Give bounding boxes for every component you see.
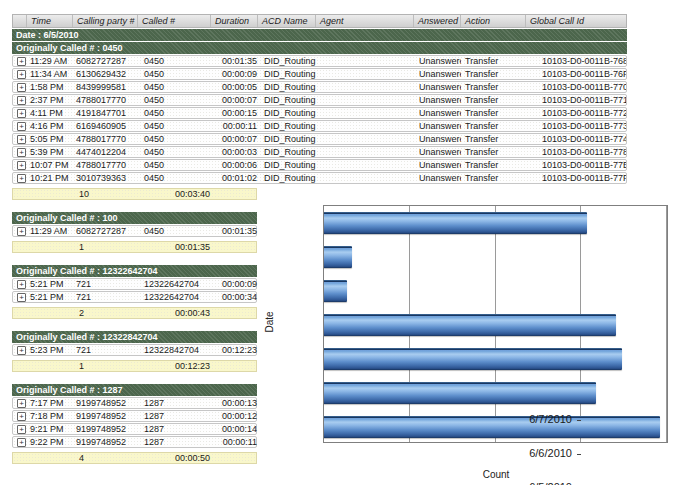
expander-cell: +: [13, 411, 27, 421]
global-call-id-cell: 10103-D0-0011B-772: [526, 108, 626, 118]
table-row: +4:11 PM4191847701045000:00:15DID_Routin…: [12, 107, 627, 119]
expand-plus-icon[interactable]: +: [17, 96, 26, 105]
action-cell: Transfer: [461, 69, 526, 79]
y-tick-label: 6/5/2010: [516, 481, 572, 485]
time-cell: 1:58 PM: [27, 82, 73, 92]
calls-by-date-chart: Date 6/7/20106/6/20106/5/20106/4/20106/3…: [258, 198, 676, 485]
expand-plus-icon[interactable]: +: [17, 346, 26, 355]
expand-plus-icon[interactable]: +: [17, 109, 26, 118]
called-number-cell: 1287: [138, 437, 211, 447]
expand-plus-icon[interactable]: +: [17, 227, 26, 236]
group-header: Originally Called # : 12322642704: [12, 265, 257, 277]
chart-bar[interactable]: [324, 212, 587, 234]
expand-plus-icon[interactable]: +: [17, 438, 26, 447]
group-header: Originally Called # : 100: [12, 212, 257, 224]
expand-plus-icon[interactable]: +: [17, 425, 26, 434]
table-row: +7:18 PM9199748952128700:00:12: [12, 410, 257, 422]
calling-party-cell: 9199748952: [73, 411, 138, 421]
expand-plus-icon[interactable]: +: [17, 135, 26, 144]
duration-cell: 00:01:02: [211, 173, 258, 183]
duration-cell: 00:00:09: [211, 69, 258, 79]
call-group-section: Originally Called # : 100+11:29 AM608272…: [12, 212, 257, 253]
expand-plus-icon[interactable]: +: [17, 148, 26, 157]
expand-plus-icon[interactable]: +: [17, 161, 26, 170]
duration-cell: 00:00:14: [211, 424, 258, 434]
table-row: +11:29 AM6082727287045000:01:35: [12, 225, 257, 237]
action-cell: Transfer: [461, 95, 526, 105]
global-call-id-cell: 10103-D0-0011B-770: [526, 82, 626, 92]
calling-party-cell: 6082727287: [73, 226, 138, 236]
acd-name-cell: DID_Routing: [258, 121, 316, 131]
expand-plus-icon[interactable]: +: [17, 174, 26, 183]
expand-plus-icon[interactable]: +: [17, 70, 26, 79]
chart-bar[interactable]: [324, 382, 596, 404]
action-cell: Transfer: [461, 82, 526, 92]
calling-party-cell: 9199748952: [73, 424, 138, 434]
call-group-section: Originally Called # : 12322642704+5:21 P…: [12, 265, 257, 319]
expand-plus-icon[interactable]: +: [17, 122, 26, 131]
time-cell: 10:21 PM: [27, 173, 73, 183]
time-cell: 5:05 PM: [27, 134, 73, 144]
chart-bar[interactable]: [324, 348, 622, 370]
time-cell: 2:37 PM: [27, 95, 73, 105]
agent-cell: [316, 147, 414, 157]
call-report-screen: TimeCalling party #Called #DurationACD N…: [0, 0, 676, 485]
summary-spacer: [211, 189, 258, 199]
chart-bar[interactable]: [324, 246, 352, 268]
expander-cell: +: [13, 121, 27, 131]
summary-count: 1: [73, 242, 138, 252]
calling-party-cell: 721: [73, 292, 138, 302]
duration-cell: 00:00:13: [211, 398, 258, 408]
calling-party-cell: 6130629432: [73, 69, 138, 79]
duration-cell: 00:00:06: [211, 160, 258, 170]
chart-bar[interactable]: [324, 280, 347, 302]
summary-count: 1: [73, 361, 138, 371]
group-header: Originally Called # : 0450: [12, 42, 627, 54]
acd-name-cell: DID_Routing: [258, 95, 316, 105]
time-cell: 11:34 AM: [27, 69, 73, 79]
called-number-cell: 1287: [138, 424, 211, 434]
table-row: +5:21 PM7211232264270400:00:34: [12, 291, 257, 303]
action-cell: Transfer: [461, 121, 526, 131]
expander-cell: +: [13, 437, 27, 447]
main-rows-container: +11:29 AM6082727287045000:01:35DID_Routi…: [12, 55, 627, 184]
global-call-id-cell: 10103-D0-0011B-771: [526, 95, 626, 105]
called-number-cell: 0450: [138, 226, 211, 236]
expand-plus-icon[interactable]: +: [17, 83, 26, 92]
expand-plus-icon[interactable]: +: [17, 293, 26, 302]
answered-cell: Unanswered: [414, 95, 461, 105]
time-cell: 11:29 AM: [27, 56, 73, 66]
agent-cell: [316, 108, 414, 118]
summary-count: 10: [73, 189, 138, 199]
chart-bar[interactable]: [324, 314, 616, 336]
expand-plus-icon[interactable]: +: [17, 280, 26, 289]
summary-spacer: [211, 453, 258, 463]
expand-plus-icon[interactable]: +: [17, 399, 26, 408]
summary-spacer: [13, 308, 27, 318]
summary-row: 400:00:50: [12, 452, 257, 464]
column-header-global-call-id: Global Call Id: [526, 15, 626, 27]
summary-total-duration: 00:12:23: [138, 361, 211, 371]
table-row: +9:21 PM9199748952128700:00:14: [12, 423, 257, 435]
table-row: +5:21 PM7211232264270400:00:09: [12, 278, 257, 290]
answered-cell: Unanswered: [414, 160, 461, 170]
column-header-agent: Agent: [316, 15, 414, 27]
duration-cell: 00:01:35: [211, 56, 258, 66]
global-call-id-cell: 10103-D0-0011B-768: [526, 56, 626, 66]
expand-plus-icon[interactable]: +: [17, 412, 26, 421]
time-cell: 9:21 PM: [27, 424, 73, 434]
time-cell: 5:21 PM: [27, 279, 73, 289]
global-call-id-cell: 10103-D0-0011B-773: [526, 121, 626, 131]
time-cell: 5:39 PM: [27, 147, 73, 157]
date-group-header: Date : 6/5/2010: [12, 29, 627, 41]
expander-cell: +: [13, 292, 27, 302]
agent-cell: [316, 82, 414, 92]
duration-cell: 00:00:05: [211, 82, 258, 92]
chart-bar[interactable]: [324, 416, 660, 438]
called-number-cell: 12322642704: [138, 292, 211, 302]
duration-cell: 00:00:12: [211, 411, 258, 421]
expand-plus-icon[interactable]: +: [17, 57, 26, 66]
summary-spacer: [211, 308, 258, 318]
column-header-duration: Duration: [211, 15, 258, 27]
y-tick-mark: [577, 420, 581, 421]
